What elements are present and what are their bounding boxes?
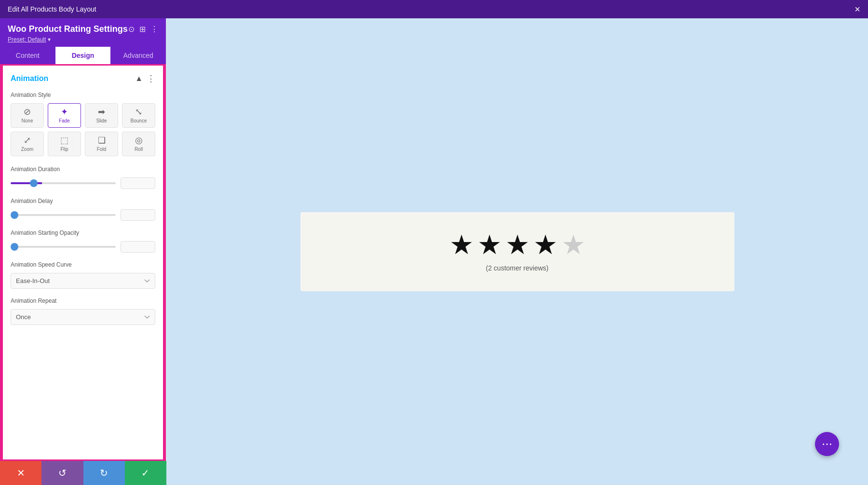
section-menu-icon[interactable]: ⋮: [147, 73, 155, 84]
animation-opacity-slider[interactable]: [11, 246, 116, 248]
fold-icon: ❏: [98, 136, 106, 145]
animation-speed-curve-field: Animation Speed Curve Ease-In-Out Linear…: [11, 261, 155, 289]
zoom-icon: ⤢: [24, 136, 31, 145]
roll-icon: ◎: [135, 136, 143, 145]
star-4: ★: [533, 231, 557, 258]
tab-advanced[interactable]: Advanced: [110, 47, 166, 64]
cancel-button[interactable]: ✕: [0, 461, 41, 485]
section-collapse-icon[interactable]: ▲: [135, 74, 143, 83]
animation-duration-label: Animation Duration: [11, 166, 155, 173]
animation-section-title: Animation: [11, 74, 48, 83]
animation-speed-curve-label: Animation Speed Curve: [11, 261, 155, 268]
animation-opacity-field: Animation Starting Opacity 0%: [11, 229, 155, 253]
anim-flip-btn[interactable]: ⬚ Flip: [48, 132, 81, 156]
animation-delay-slider[interactable]: [11, 214, 116, 216]
flip-icon: ⬚: [60, 136, 68, 145]
layout-icon-btn[interactable]: ⊞: [139, 25, 146, 34]
slide-icon: ➡: [98, 108, 105, 116]
review-count: (2 customer reviews): [486, 264, 549, 272]
top-bar-title: Edit All Products Body Layout: [8, 5, 96, 13]
animation-style-grid: ⊘ None ✦ Fade ➡ Slide ⤡: [11, 103, 155, 156]
sidebar-header-icons: ⊙ ⊞ ⋮: [128, 25, 158, 34]
rating-card: ★ ★ ★ ★ ★ (2 customer reviews): [300, 212, 734, 291]
animation-repeat-select[interactable]: Once Loop Infinite: [11, 309, 155, 325]
animation-duration-field: Animation Duration 1000ms: [11, 166, 155, 189]
anim-fade-btn[interactable]: ✦ Fade: [48, 103, 81, 128]
sidebar-title: Woo Product Rating Settings: [8, 24, 128, 34]
animation-duration-input[interactable]: 1000ms: [121, 177, 155, 189]
undo-button[interactable]: ↺: [41, 461, 83, 485]
sidebar-header: Woo Product Rating Settings ⊙ ⊞ ⋮ Preset…: [0, 18, 166, 47]
stars-row: ★ ★ ★ ★ ★: [449, 231, 585, 258]
animation-style-label: Animation Style: [11, 92, 155, 98]
anim-fold-btn[interactable]: ❏ Fold: [85, 132, 118, 156]
fab-button[interactable]: ⋯: [815, 432, 839, 456]
redo-button[interactable]: ↻: [83, 461, 125, 485]
close-button[interactable]: ×: [854, 4, 860, 14]
animation-duration-slider[interactable]: [11, 182, 116, 184]
animation-speed-curve-select[interactable]: Ease-In-Out Linear Ease-In Ease-Out: [11, 273, 155, 289]
anim-none-btn[interactable]: ⊘ None: [11, 103, 44, 128]
star-1: ★: [449, 231, 474, 258]
anim-slide-btn[interactable]: ➡ Slide: [85, 103, 118, 128]
animation-delay-field: Animation Delay 0ms: [11, 198, 155, 221]
animation-style-field: Animation Style ⊘ None ✦ Fade ➡ Slide: [11, 92, 155, 156]
panel-content: Animation ▲ ⋮ Animation Style ⊘ None: [1, 66, 164, 461]
panel-border: Animation ▲ ⋮ Animation Style ⊘ None: [0, 64, 166, 462]
preset-label[interactable]: Preset: Default ▾: [8, 36, 158, 43]
star-3: ★: [505, 231, 529, 258]
anim-roll-btn[interactable]: ◎ Roll: [122, 132, 155, 156]
settings-icon-btn[interactable]: ⊙: [128, 25, 135, 34]
bounce-icon: ⤡: [135, 108, 142, 116]
tab-design[interactable]: Design: [55, 47, 111, 64]
more-icon-btn[interactable]: ⋮: [150, 25, 158, 34]
animation-opacity-label: Animation Starting Opacity: [11, 229, 155, 236]
top-bar: Edit All Products Body Layout ×: [0, 0, 868, 18]
animation-delay-input[interactable]: 0ms: [121, 209, 155, 221]
tab-content[interactable]: Content: [0, 47, 55, 64]
save-button[interactable]: ✓: [125, 461, 166, 485]
fade-icon: ✦: [61, 108, 68, 116]
section-header: Animation ▲ ⋮: [11, 73, 155, 84]
animation-repeat-field: Animation Repeat Once Loop Infinite: [11, 297, 155, 325]
animation-repeat-label: Animation Repeat: [11, 297, 155, 304]
bottom-bar: ✕ ↺ ↻ ✓: [0, 461, 166, 485]
canvas-area: ★ ★ ★ ★ ★ (2 customer reviews) ⋯: [166, 18, 868, 485]
anim-bounce-btn[interactable]: ⤡ Bounce: [122, 103, 155, 128]
animation-delay-label: Animation Delay: [11, 198, 155, 204]
none-icon: ⊘: [24, 108, 31, 116]
star-2: ★: [477, 231, 502, 258]
tabs: Content Design Advanced: [0, 47, 166, 64]
animation-section: Animation ▲ ⋮ Animation Style ⊘ None: [3, 66, 163, 341]
star-5: ★: [561, 231, 585, 258]
sidebar: Woo Product Rating Settings ⊙ ⊞ ⋮ Preset…: [0, 18, 166, 485]
anim-zoom-btn[interactable]: ⤢ Zoom: [11, 132, 44, 156]
animation-opacity-input[interactable]: 0%: [121, 241, 155, 253]
